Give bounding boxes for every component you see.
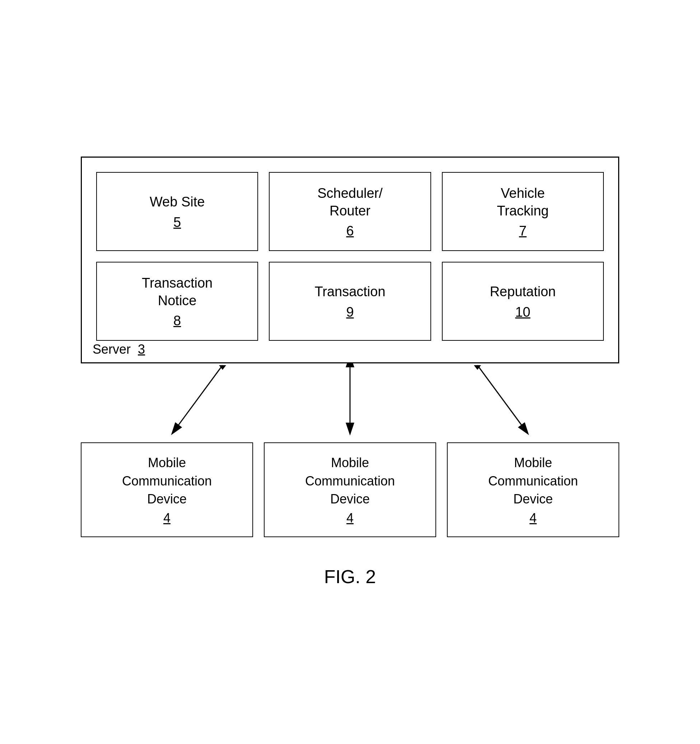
module-website: Web Site 5	[96, 172, 258, 251]
module-transaction-notice: TransactionNotice 8	[96, 262, 258, 341]
figure-caption: FIG. 2	[324, 566, 376, 588]
module-website-title: Web Site	[150, 193, 205, 211]
device-left-number: 4	[163, 510, 171, 526]
devices-row: MobileCommunicationDevice 4 MobileCommun…	[81, 442, 619, 537]
module-transaction-notice-title: TransactionNotice	[142, 274, 213, 310]
module-vehicle-tracking-title: VehicleTracking	[497, 185, 548, 220]
device-middle-title: MobileCommunicationDevice	[305, 454, 395, 508]
module-transaction-notice-number: 8	[173, 313, 181, 329]
module-vehicle-tracking: VehicleTracking 7	[442, 172, 604, 251]
module-scheduler-title: Scheduler/Router	[317, 185, 383, 220]
diagram-container: Web Site 5 Scheduler/Router 6 VehicleTra…	[63, 156, 637, 587]
device-left-title: MobileCommunicationDevice	[122, 454, 212, 508]
module-scheduler: Scheduler/Router 6	[269, 172, 431, 251]
device-right-title: MobileCommunicationDevice	[488, 454, 578, 508]
server-grid: Web Site 5 Scheduler/Router 6 VehicleTra…	[96, 172, 604, 341]
module-transaction-number: 9	[346, 305, 354, 320]
module-scheduler-number: 6	[346, 223, 354, 239]
module-transaction: Transaction 9	[269, 262, 431, 341]
device-middle: MobileCommunicationDevice 4	[264, 442, 436, 537]
module-reputation-title: Reputation	[490, 283, 556, 301]
arrows-area	[81, 363, 619, 442]
module-reputation: Reputation 10	[442, 262, 604, 341]
server-number: 3	[138, 342, 145, 357]
server-label: Server 3	[93, 342, 145, 357]
device-right: MobileCommunicationDevice 4	[447, 442, 619, 537]
module-website-number: 5	[173, 215, 181, 230]
arrow-right	[477, 365, 528, 433]
device-right-number: 4	[529, 510, 537, 526]
device-left: MobileCommunicationDevice 4	[81, 442, 253, 537]
module-vehicle-tracking-number: 7	[519, 223, 527, 239]
arrow-left	[172, 365, 223, 433]
server-box: Web Site 5 Scheduler/Router 6 VehicleTra…	[81, 156, 619, 363]
device-middle-number: 4	[346, 510, 354, 526]
module-reputation-number: 10	[515, 305, 530, 320]
server-text: Server	[93, 342, 138, 357]
module-transaction-title: Transaction	[315, 283, 385, 301]
arrows-svg	[81, 363, 619, 442]
